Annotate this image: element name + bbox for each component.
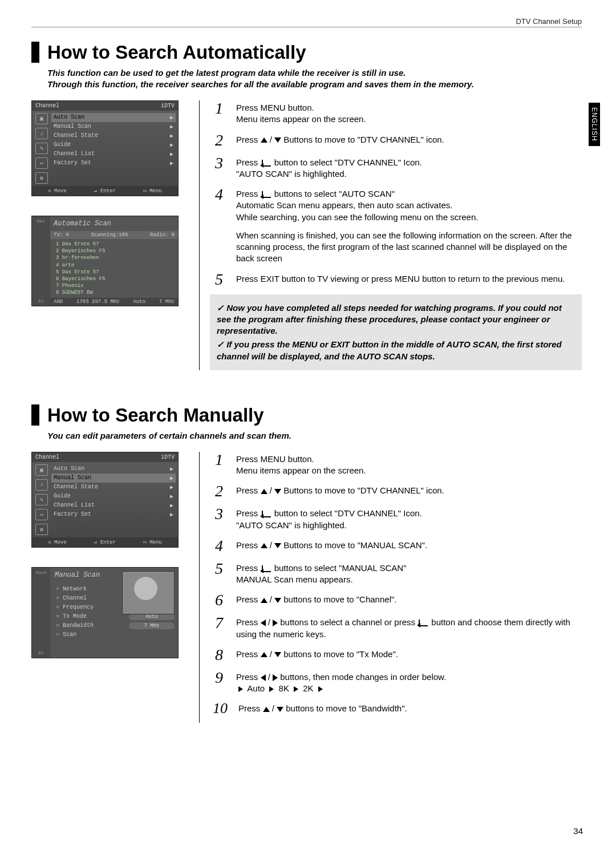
section-intro: This function can be used to get the lat…	[47, 67, 582, 91]
up-icon	[261, 543, 268, 548]
tv-menu-item: Channel State▶	[51, 483, 176, 492]
tv-menu-item: Manual Scan▶	[51, 473, 176, 483]
breadcrumb: DTV Channel Setup	[31, 17, 582, 27]
enter-icon	[262, 160, 271, 167]
tv-menu-item: Factory Set▶	[51, 159, 176, 168]
tv-menu-item: Guide▶	[51, 492, 176, 501]
page-number: 34	[573, 826, 583, 836]
left-icon	[261, 620, 266, 626]
up-icon	[261, 489, 268, 494]
tv-screenshot-manual-scan: Good 61 Manual Scan ○ NetworkEurope○ Cha…	[31, 567, 179, 658]
right-icon	[273, 674, 278, 681]
step-number: 2	[210, 132, 228, 148]
step-number: 7	[210, 615, 228, 631]
tv-menu-item: Guide▶	[51, 140, 176, 149]
step-number: 1	[210, 452, 228, 468]
tv-menu-item: Auto Scan▶	[51, 113, 176, 122]
section-manual-search: How to Search Manually You can edit para…	[31, 404, 582, 723]
tools-icon: ✎	[35, 494, 48, 505]
chain-arrow-icon	[318, 686, 323, 692]
up-icon	[261, 652, 268, 657]
scan-list-item: 6 Bayerisches FS	[56, 276, 175, 282]
preview-thumbnail	[122, 571, 175, 614]
step-number: 3	[210, 155, 228, 171]
step-number: 3	[210, 506, 228, 522]
tv-menu-item: Channel State▶	[51, 131, 176, 140]
tv-screenshot-channel-menu: ChanneliDTV ▣ ♪ ✎ ▭ ✿ Auto Scan▶Manual S…	[31, 100, 179, 196]
enter-icon	[262, 511, 271, 517]
scan-list-item: 4 arte	[56, 262, 175, 269]
up-icon	[261, 137, 268, 143]
right-icon	[273, 620, 278, 626]
language-tab: ENGLISH	[589, 103, 600, 146]
audio-icon: ♪	[35, 128, 48, 139]
enter-icon	[262, 191, 271, 198]
tv-screenshot-channel-menu-manual: ChanneliDTV ▣ ♪ ✎ ▭ ✿ Auto Scan▶Manual S…	[31, 452, 179, 548]
down-icon	[274, 137, 281, 143]
notes-box: ✓ Now you have completed all steps neede…	[210, 294, 582, 370]
tv-menu-item: Auto Scan▶	[51, 464, 176, 473]
section-title: How to Search Manually	[47, 404, 264, 426]
section-auto-search: How to Search Automatically This functio…	[31, 42, 582, 370]
step-number: 4	[210, 538, 228, 554]
enter-icon	[419, 620, 428, 626]
chain-arrow-icon	[269, 686, 274, 692]
tools-icon: ✎	[35, 143, 48, 154]
down-icon	[274, 598, 281, 603]
scan-list-item: 2 Bayerisches FS	[56, 248, 175, 254]
gear-icon: ✿	[35, 172, 48, 184]
step-number: 5	[210, 272, 228, 288]
tv-menu-item: Factory Set▶	[51, 510, 176, 519]
step-number: 8	[210, 647, 228, 663]
audio-icon: ♪	[35, 479, 48, 491]
left-icon	[261, 674, 266, 681]
down-icon	[274, 652, 281, 657]
tv-menu-item: Manual Scan▶	[51, 122, 176, 131]
gear-icon: ✿	[35, 524, 48, 535]
scan-list-item: 3 hr-fernsehen	[56, 254, 175, 261]
manual-scan-row: ○ Bandwidth7 MHz	[56, 621, 175, 630]
chain-arrow-icon	[294, 686, 298, 692]
scan-list-item: 8 SÜDWEST BW	[56, 289, 175, 296]
down-icon	[274, 489, 281, 494]
title-accent-bar	[31, 404, 39, 426]
step-number: 4	[210, 187, 228, 203]
chain-arrow-icon	[238, 686, 243, 692]
scan-list-item: 7 Phoenix	[56, 282, 175, 289]
manual-scan-value: 7 MHz	[129, 622, 175, 629]
photo-icon: ▣	[35, 113, 48, 124]
section-title: How to Search Automatically	[47, 42, 306, 63]
step-number: 1	[210, 100, 228, 116]
up-icon	[263, 707, 270, 712]
step-number: 5	[210, 561, 228, 577]
down-icon	[277, 707, 283, 712]
enter-icon	[262, 565, 271, 572]
tv-menu-item: Channel List▶	[51, 149, 176, 159]
pip-icon: ▭	[35, 509, 48, 520]
title-accent-bar	[31, 42, 39, 63]
section-intro: You can edit parameters of certain chann…	[47, 430, 582, 442]
tv-menu-item: Channel List▶	[51, 501, 176, 510]
down-icon	[274, 543, 281, 548]
scan-list-item: 5 Das Erste 57	[56, 269, 175, 276]
photo-icon: ▣	[35, 464, 48, 476]
up-icon	[261, 598, 268, 603]
step-number: 2	[210, 483, 228, 499]
step-number: 9	[210, 670, 228, 686]
step-number: 6	[210, 592, 228, 608]
tv-screenshot-auto-scan: Bat 51 Automatic Scan TV: 0 Scanning:18%…	[31, 216, 179, 306]
pip-icon: ▭	[35, 157, 48, 169]
scan-list-item: 1 Das Erste 57	[56, 241, 175, 248]
manual-scan-row: ○ Scan	[56, 630, 175, 639]
step-number: 10	[210, 701, 230, 716]
